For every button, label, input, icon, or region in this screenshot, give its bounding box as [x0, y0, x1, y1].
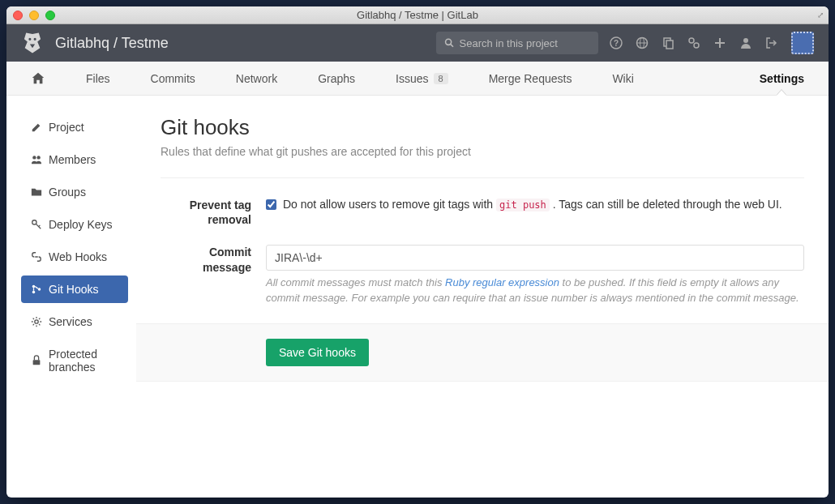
- nav-graphs[interactable]: Graphs: [318, 72, 355, 85]
- sidebar-label: Git Hooks: [49, 283, 98, 296]
- svg-point-9: [689, 38, 694, 43]
- sidebar-label: Deploy Keys: [49, 218, 113, 231]
- ruby-regex-link[interactable]: Ruby regular expression: [445, 276, 559, 288]
- sidebar-item-members[interactable]: Members: [21, 146, 128, 173]
- sidebar-item-web-hooks[interactable]: Web Hooks: [21, 243, 128, 271]
- svg-point-22: [38, 288, 41, 291]
- nav-merge-requests[interactable]: Merge Requests: [489, 72, 572, 85]
- git-icon: [31, 284, 42, 295]
- signout-icon[interactable]: [765, 36, 778, 49]
- commit-message-input[interactable]: [266, 245, 804, 271]
- sidebar-label: Groups: [49, 186, 86, 199]
- window-close-button[interactable]: [13, 11, 23, 20]
- prevent-tag-removal-checkbox[interactable]: [266, 199, 276, 210]
- commit-message-label: Commit message: [161, 245, 266, 305]
- prevent-tag-removal-label: Prevent tag removal: [161, 198, 266, 227]
- svg-text:?: ?: [614, 39, 619, 48]
- window-expand-icon[interactable]: ⤢: [817, 11, 824, 19]
- git-push-code: git push: [496, 199, 550, 211]
- sidebar-item-services[interactable]: Services: [21, 308, 128, 335]
- link-icon: [31, 251, 42, 263]
- lock-icon: [31, 355, 42, 366]
- window-titlebar: Gitlabhq / Testme | GitLab ⤢: [6, 6, 829, 24]
- key-icon: [31, 219, 42, 230]
- user-icon[interactable]: [739, 36, 752, 49]
- nav-wiki[interactable]: Wiki: [612, 72, 633, 85]
- window-maximize-button[interactable]: [45, 11, 55, 20]
- window-minimize-button[interactable]: [29, 11, 39, 20]
- sidebar-label: Services: [49, 315, 92, 328]
- top-bar: Gitlabhq / Testme ?: [6, 24, 829, 62]
- home-icon: [31, 71, 45, 86]
- pencil-icon: [31, 122, 42, 133]
- sidebar-label: Protected branches: [49, 348, 118, 374]
- search-box[interactable]: [436, 32, 598, 54]
- main-content: Git hooks Rules that define what git pus…: [136, 96, 829, 498]
- sidebar-item-project[interactable]: Project: [21, 113, 128, 141]
- page-description: Rules that define what git pushes are ac…: [161, 145, 804, 158]
- svg-line-19: [39, 225, 41, 227]
- prevent-tag-removal-option[interactable]: Do not allow users to remove git tags wi…: [266, 198, 804, 211]
- svg-rect-24: [33, 360, 41, 365]
- svg-point-21: [32, 291, 36, 294]
- copy-icon[interactable]: [662, 36, 674, 49]
- save-git-hooks-button[interactable]: Save Git hooks: [266, 339, 369, 366]
- issues-count-badge: 8: [434, 73, 448, 84]
- plus-icon[interactable]: [713, 36, 726, 49]
- nav-issues[interactable]: Issues 8: [396, 72, 448, 85]
- prevent-tag-removal-text: Do not allow users to remove git tags wi…: [283, 198, 782, 211]
- sidebar-item-git-hooks[interactable]: Git Hooks: [21, 275, 128, 303]
- nav-files[interactable]: Files: [86, 72, 110, 85]
- globe-icon[interactable]: [636, 36, 649, 49]
- project-breadcrumb[interactable]: Gitlabhq / Testme: [55, 35, 425, 52]
- window-title: Gitlabhq / Testme | GitLab: [6, 9, 829, 21]
- svg-line-1: [451, 45, 453, 47]
- nav-commits[interactable]: Commits: [151, 72, 195, 85]
- page-title: Git hooks: [161, 115, 804, 140]
- folder-icon: [31, 186, 42, 198]
- form-actions: Save Git hooks: [136, 323, 829, 382]
- sidebar-label: Members: [49, 153, 96, 166]
- nav-settings[interactable]: Settings: [760, 72, 804, 85]
- commit-message-help: All commit messages must match this Ruby…: [266, 275, 804, 305]
- svg-point-13: [743, 38, 748, 43]
- users-icon: [31, 154, 42, 165]
- project-nav: Files Commits Network Graphs Issues 8 Me…: [6, 62, 829, 96]
- svg-point-10: [694, 43, 699, 48]
- settings-sidebar: Project Members Groups Deploy Keys Web H…: [6, 96, 136, 498]
- nav-network[interactable]: Network: [236, 72, 277, 85]
- svg-point-16: [36, 156, 40, 159]
- gitlab-logo-icon[interactable]: [21, 32, 44, 54]
- gear-icon: [31, 316, 42, 327]
- svg-point-23: [35, 320, 38, 323]
- svg-point-20: [32, 285, 36, 288]
- svg-point-15: [32, 156, 36, 159]
- search-input[interactable]: [460, 37, 590, 49]
- sidebar-label: Web Hooks: [49, 250, 107, 263]
- svg-rect-8: [666, 41, 673, 49]
- svg-point-0: [446, 39, 452, 45]
- settings-gears-icon[interactable]: [687, 36, 700, 49]
- sidebar-item-deploy-keys[interactable]: Deploy Keys: [21, 211, 128, 238]
- nav-home[interactable]: [31, 71, 45, 86]
- sidebar-item-groups[interactable]: Groups: [21, 178, 128, 206]
- nav-issues-label: Issues: [396, 72, 428, 85]
- help-icon[interactable]: ?: [610, 36, 623, 49]
- sidebar-item-protected-branches[interactable]: Protected branches: [21, 340, 128, 381]
- sidebar-label: Project: [49, 121, 84, 134]
- user-avatar[interactable]: [791, 32, 814, 54]
- search-icon: [444, 37, 455, 49]
